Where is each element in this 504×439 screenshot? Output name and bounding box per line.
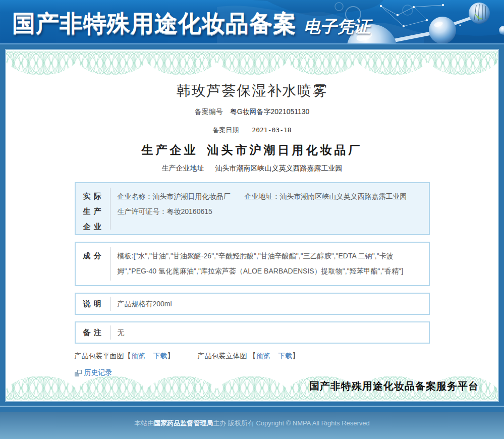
attachments-row: 产品包装平面图【预览下载】 产品包装立体图 【预览下载】: [75, 352, 430, 361]
row-content: 产品规格有200ml: [118, 296, 429, 311]
row-label: 备 注: [76, 325, 105, 340]
footer-suffix: 主办 版权所有 Copyright © NMPA All Rights Rese…: [213, 419, 370, 427]
info-table: 实 际 生 产 企 业 企业名称：汕头市沪潮日用化妆品厂 企业地址：汕头市潮南区…: [75, 182, 430, 344]
divider-line: [0, 406, 504, 407]
certificate-panel: 韩玫芦荟保湿补水喷雾 备案编号粤G妆网备字2021051130 备案日期2021…: [5, 49, 499, 402]
record-number-label: 备案编号: [195, 107, 223, 116]
table-row-actual-manufacturer: 实 际 生 产 企 业 企业名称：汕头市沪潮日用化妆品厂 企业地址：汕头市潮南区…: [75, 182, 430, 235]
manufacturer-value: 汕头市沪潮日用化妆品厂: [207, 144, 363, 156]
bracket-close: 】: [292, 352, 299, 360]
manufacturer-label: 生产企业: [142, 144, 198, 156]
row-content: 企业名称：汕头市沪潮日用化妆品厂 企业地址：汕头市潮南区峡山义英义西路嘉露工业园…: [118, 183, 429, 234]
row-label: 说 明: [76, 296, 105, 311]
row-divider: [110, 247, 110, 281]
record-date-label: 备案日期: [212, 126, 239, 134]
guilloche-border-top: [6, 50, 498, 76]
product-name: 韩玫芦荟保湿补水喷雾: [6, 82, 498, 99]
stereo-package-group: 产品包装立体图 【预览下载】: [197, 352, 299, 360]
footer-prefix: 本站由: [134, 419, 154, 427]
manufacturer-address-label: 生产企业地址: [162, 164, 204, 172]
stereo-preview-link[interactable]: 预览: [256, 352, 270, 360]
row-divider: [110, 325, 110, 340]
table-row-ingredients: 成 分 模板:["水","甘油","甘油聚醚-26","辛酰羟肟酸","甘油辛酸…: [75, 242, 430, 286]
history-link[interactable]: 历史记录: [84, 368, 113, 377]
page: 国产非特殊用途化妆品备案 电子凭证: [0, 0, 504, 439]
pre-footer-strip: [0, 402, 504, 412]
nmpa-link[interactable]: 国家药品监督管理局: [154, 419, 213, 427]
record-number-line: 备案编号粤G妆网备字2021051130: [6, 107, 498, 117]
header-titles: 国产非特殊用途化妆品备案 电子凭证: [12, 8, 370, 39]
bracket-close: 】: [167, 352, 175, 360]
record-number-value: 粤G妆网备字2021051130: [230, 107, 310, 116]
stereo-download-link[interactable]: 下载: [278, 352, 292, 360]
row-label: 成 分: [76, 243, 105, 285]
history-windows-icon: [75, 370, 82, 376]
row-divider: [110, 188, 110, 230]
manufacturer-address-value: 汕头市潮南区峡山义英义西路嘉露工业园: [215, 164, 343, 172]
flat-package-label: 产品包装平面图: [75, 352, 124, 360]
record-date-value: 2021-03-18: [252, 126, 291, 134]
manufacturer-address-line: 生产企业地址汕头市潮南区峡山义英义西路嘉露工业园: [6, 164, 498, 173]
row-content: 无: [118, 325, 429, 340]
row-divider: [110, 297, 110, 311]
record-date-line: 备案日期2021-03-18: [6, 126, 498, 135]
flat-package-group: 产品包装平面图【预览下载】: [75, 352, 177, 360]
row-label: 实 际 生 产 企 业: [76, 183, 105, 234]
platform-name: 国产非特殊用途化妆品备案服务平台: [6, 379, 498, 393]
manufacturer-line: 生产企业汕头市沪潮日用化妆品厂: [6, 143, 498, 158]
history-row: 历史记录: [75, 368, 430, 377]
bracket-open: 【: [249, 352, 256, 360]
table-row-remarks: 备 注 无: [75, 321, 430, 344]
page-footer: 本站由国家药品监督管理局主办 版权所有 Copyright © NMPA All…: [0, 412, 504, 439]
site-subtitle: 电子凭证: [304, 16, 370, 38]
flat-download-link[interactable]: 下载: [153, 352, 167, 360]
page-header-banner: 国产非特殊用途化妆品备案 电子凭证: [0, 0, 504, 44]
row-content: 模板:["水","甘油","甘油聚醚-26","辛酰羟肟酸","甘油辛酸酯","…: [118, 243, 429, 285]
bracket-open: 【: [124, 352, 131, 360]
site-title: 国产非特殊用途化妆品备案: [12, 8, 297, 39]
table-row-description: 说 明 产品规格有200ml: [75, 293, 430, 315]
flat-preview-link[interactable]: 预览: [131, 352, 145, 360]
stereo-package-label: 产品包装立体图: [197, 352, 247, 360]
